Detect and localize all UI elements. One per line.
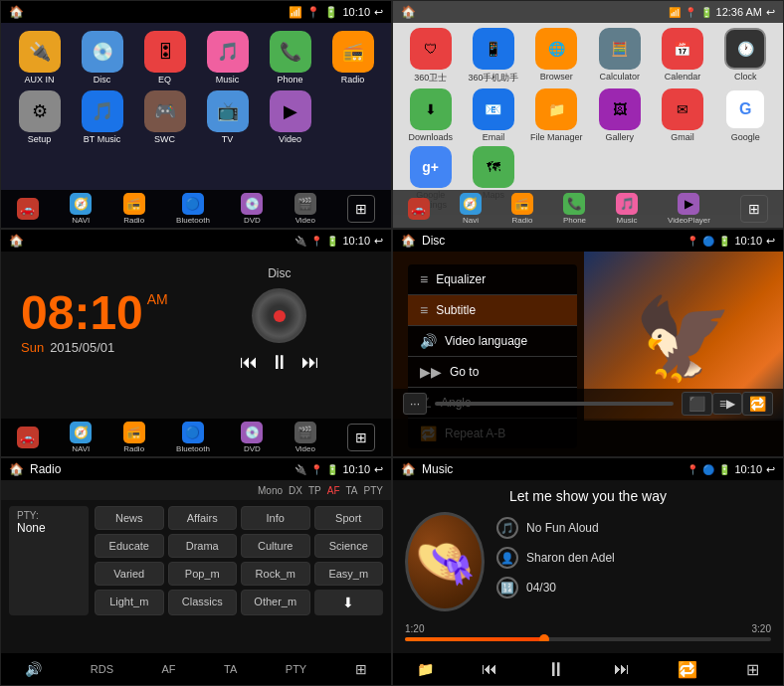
- nav-radio-p3[interactable]: 📻 Radio: [123, 422, 145, 453]
- menu-video-language[interactable]: 🔊 Video language: [408, 326, 577, 357]
- app-label: File Manager: [530, 132, 583, 142]
- bluetooth-icon: 🔵: [182, 193, 204, 215]
- next-button[interactable]: ⏭: [301, 352, 319, 373]
- prev-button[interactable]: ⏮: [240, 352, 258, 373]
- nav-navi-p3[interactable]: 🧭 NAVI: [70, 422, 92, 453]
- nav-music-p2[interactable]: 🎵 Music: [616, 193, 638, 225]
- radio-btn-info[interactable]: Info: [241, 506, 310, 530]
- radio-btn-sport[interactable]: Sport: [314, 506, 384, 530]
- radio-btn-rock[interactable]: Rock_m: [241, 562, 310, 586]
- radio-btn-educate[interactable]: Educate: [95, 534, 164, 558]
- repeat-music-button[interactable]: 🔁: [678, 660, 697, 679]
- menu-goto[interactable]: ▶▶ Go to: [408, 357, 577, 388]
- nav-bt-p3[interactable]: 🔵 Bluetooth: [176, 422, 210, 453]
- app-calculator[interactable]: 🧮 Calculator: [590, 28, 649, 85]
- radio-btn-culture[interactable]: Culture: [241, 534, 310, 558]
- app-eq[interactable]: 🎛 EQ: [136, 31, 193, 85]
- app-downloads[interactable]: ⬇ Downloads: [401, 88, 460, 142]
- nav-video-p3[interactable]: 🎬 Video: [294, 422, 316, 453]
- menu-equalizer[interactable]: ≡ Equalizer: [408, 264, 577, 295]
- radio-btn-news[interactable]: News: [95, 506, 164, 530]
- radio-btn-pop[interactable]: Pop_m: [168, 562, 238, 586]
- nav-radio[interactable]: 📻 Radio: [123, 193, 145, 225]
- radio-btn-classics[interactable]: Classics: [168, 590, 238, 615]
- nav-car-icon-p2[interactable]: 🚗: [408, 198, 430, 220]
- loop-button[interactable]: 🔁: [742, 392, 773, 416]
- signal-icon: 📶: [669, 7, 681, 18]
- radio-btn-science[interactable]: Science: [314, 534, 384, 558]
- bottom-ta[interactable]: TA: [224, 663, 237, 675]
- status-bar-p3: 🏠 🔌 📍 🔋 10:10 ↩: [1, 230, 391, 252]
- nav-video-p2[interactable]: ▶ VideoPlayer: [668, 193, 710, 225]
- back-icon-p3[interactable]: ↩: [374, 235, 383, 248]
- app-aux-in[interactable]: 🔌 AUX IN: [11, 31, 68, 85]
- track-icon: 🔢: [496, 577, 518, 599]
- back-icon-p6[interactable]: ↩: [766, 463, 775, 476]
- menu-button[interactable]: ≡▶: [712, 393, 742, 415]
- clock-p1: 10:10: [342, 6, 370, 18]
- bottom-pty[interactable]: PTY: [286, 663, 306, 675]
- app-gmail[interactable]: ✉ Gmail: [653, 88, 711, 142]
- nav-radio-p2[interactable]: 📻 Radio: [511, 193, 533, 225]
- back-icon-p2[interactable]: ↩: [766, 6, 775, 19]
- app-360-guard[interactable]: 🛡 360卫士: [401, 28, 460, 85]
- navi-icon-p3: 🧭: [70, 422, 92, 443]
- app-swc[interactable]: 🎮 SWC: [136, 90, 193, 144]
- nav-video[interactable]: 🎬 Video: [294, 193, 316, 225]
- app-disc[interactable]: 💿 Disc: [74, 31, 130, 85]
- radio-scroll-down[interactable]: ⬇: [314, 590, 384, 615]
- app-tv[interactable]: 📺 TV: [199, 90, 256, 144]
- eq-music-button[interactable]: ⊞: [746, 660, 759, 679]
- nav-phone-p2[interactable]: 📞 Phone: [563, 193, 586, 225]
- app-gallery[interactable]: 🖼 Gallery: [590, 88, 649, 142]
- menu-subtitle[interactable]: ≡ Subtitle: [408, 295, 577, 326]
- radio-btn-varied[interactable]: Varied: [95, 562, 164, 586]
- radio-btn-light[interactable]: Light_m: [95, 590, 164, 615]
- next-music-button[interactable]: ⏭: [614, 660, 630, 678]
- nav-grid-button[interactable]: ⊞: [347, 195, 375, 223]
- play-music-button[interactable]: ⏸: [546, 658, 566, 681]
- nav-car-icon-p3[interactable]: 🚗: [17, 427, 39, 448]
- app-setup[interactable]: ⚙ Setup: [11, 90, 68, 144]
- settings-icon-p5[interactable]: ⊞: [355, 661, 367, 677]
- stop-button[interactable]: ⬛: [682, 392, 712, 416]
- app-label: Radio: [341, 75, 365, 85]
- icon-img: 🛡: [410, 28, 452, 70]
- nav-navi-p2[interactable]: 🧭 Navi: [460, 193, 482, 225]
- radio-btn-drama[interactable]: Drama: [168, 534, 238, 558]
- prev-music-button[interactable]: ⏮: [482, 660, 497, 678]
- app-phone[interactable]: 📞 Phone: [262, 31, 318, 85]
- radio-btn-easy[interactable]: Easy_m: [314, 562, 384, 586]
- nav-grid-button-p2[interactable]: ⊞: [740, 195, 768, 223]
- app-file-manager[interactable]: 📁 File Manager: [527, 88, 586, 142]
- back-icon-p5[interactable]: ↩: [374, 463, 383, 476]
- bottom-af[interactable]: AF: [161, 663, 175, 675]
- app-calendar[interactable]: 📅 Calendar: [653, 28, 711, 85]
- nav-navi[interactable]: 🧭 NAVI: [70, 193, 92, 225]
- radio-btn-affairs[interactable]: Affairs: [168, 506, 238, 530]
- audio-icon: 🔊: [420, 333, 437, 349]
- nav-dvd[interactable]: 💿 DVD: [241, 193, 263, 225]
- app-radio[interactable]: 📻 Radio: [324, 31, 381, 85]
- app-google[interactable]: G Google: [716, 88, 775, 142]
- app-clock[interactable]: 🕐 Clock: [716, 28, 775, 85]
- app-bt-music[interactable]: 🎵 BT Music: [74, 90, 130, 144]
- radio-btn-other[interactable]: Other_m: [241, 590, 310, 615]
- back-icon[interactable]: ↩: [374, 6, 383, 19]
- app-360-assistant[interactable]: 📱 360手机助手: [464, 28, 522, 85]
- nav-dvd-p3[interactable]: 💿 DVD: [241, 422, 263, 453]
- music-header-label: Music: [422, 462, 453, 476]
- app-email[interactable]: 📧 Email: [464, 88, 522, 142]
- app-music[interactable]: 🎵 Music: [199, 31, 256, 85]
- nav-car-icon[interactable]: 🚗: [17, 198, 39, 220]
- nav-grid-button-p3[interactable]: ⊞: [347, 424, 375, 451]
- back-icon-p4[interactable]: ↩: [766, 235, 775, 248]
- bottom-rds[interactable]: RDS: [91, 663, 113, 675]
- app-video[interactable]: ▶ Video: [262, 90, 318, 144]
- app-browser[interactable]: 🌐 Browser: [527, 28, 586, 85]
- folder-button[interactable]: 📁: [417, 661, 434, 677]
- nav-bluetooth[interactable]: 🔵 Bluetooth: [176, 193, 210, 225]
- more-button[interactable]: ···: [403, 393, 427, 415]
- play-pause-button[interactable]: ⏸: [270, 351, 290, 374]
- bt-icon-p4: 🔵: [702, 236, 714, 247]
